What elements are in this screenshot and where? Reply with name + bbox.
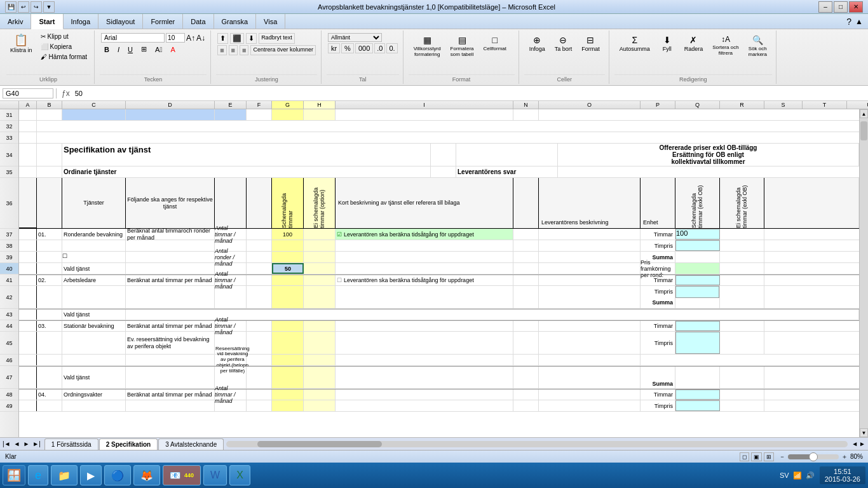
align-left-button[interactable]: ≡ [217,45,226,55]
cell-o48[interactable] [539,390,641,400]
cell-q40[interactable] [675,263,720,274]
col-header-h[interactable]: H [304,101,336,109]
font-color-button[interactable]: A [167,44,178,55]
cell-a31[interactable] [19,109,37,120]
cell-rest45[interactable] [764,332,859,354]
cell-i47[interactable] [336,367,513,388]
cell-o44[interactable] [539,321,641,331]
fill-color-button[interactable]: A⃝ [152,44,165,55]
italic-button[interactable]: I [114,44,123,55]
cell-g45[interactable] [272,332,304,354]
copy-button[interactable]: ⬜ Kopiera [37,42,91,51]
cell-n36[interactable] [513,178,539,228]
cell-e31[interactable] [215,109,247,120]
tab-formler[interactable]: Formler [143,14,183,29]
cell-g49[interactable] [272,400,304,411]
cell-r40[interactable] [720,263,764,274]
cell-a36[interactable] [19,178,37,228]
tab-start[interactable]: Start [31,14,63,29]
cell-h42[interactable] [304,286,336,308]
cell-n47[interactable] [513,367,539,388]
cell-rest37[interactable] [764,229,859,240]
window-icons-left[interactable]: 💾 ↩ ↪ ▼ [5,1,55,13]
zoom-out-button[interactable]: － [779,452,785,461]
sheet-tab-2-active[interactable]: 2 Specifikation [99,438,158,450]
cell-h45[interactable] [304,332,336,354]
col-header-u[interactable]: U [847,101,868,109]
cell-n42[interactable] [513,286,539,308]
clear-button[interactable]: ✗ Radera [681,33,707,55]
cell-b35[interactable] [37,166,62,177]
cell-g46[interactable] [272,355,304,365]
cell-h44[interactable] [304,321,336,331]
number-format-select[interactable]: Allmänt [328,33,382,42]
window-controls[interactable]: – □ ✕ [818,1,863,13]
underline-button[interactable]: U [125,44,136,55]
merge-button[interactable]: Centrera över kolumner [250,45,316,55]
col-header-g[interactable]: G [272,101,304,109]
cell-g39[interactable] [272,252,304,262]
cell-h39[interactable] [304,252,336,262]
cell-q41[interactable] [675,275,720,285]
taskbar-app-word[interactable]: W [203,465,227,485]
cell-i40[interactable] [336,263,513,274]
taskbar-app-outlook[interactable]: 📧 440 [163,465,201,485]
cell-b36[interactable] [37,178,62,228]
col-header-b[interactable]: B [37,101,62,109]
cell-g44[interactable] [272,321,304,331]
cell-a44[interactable] [19,321,37,331]
col-header-n[interactable]: N [513,101,539,109]
cell-q37[interactable]: 100 [675,229,720,240]
taskbar-app-ie[interactable]: e [28,465,48,485]
cell-rest49[interactable] [764,400,859,411]
cell-o46[interactable] [539,355,641,365]
cell-b31[interactable] [37,109,62,120]
cell-c46[interactable] [62,355,126,365]
cell-a37[interactable] [19,229,37,240]
align-center-button[interactable]: ≡ [229,45,238,55]
cell-d42[interactable] [126,286,215,308]
cell-a38[interactable] [19,240,37,251]
cell-h37[interactable] [304,229,336,240]
cell-a43[interactable] [19,309,37,320]
cell-f31[interactable] [247,109,272,120]
zoom-slider-track[interactable] [788,454,839,459]
cell-d47[interactable] [126,367,215,388]
view-normal-button[interactable]: ◻ [740,452,749,461]
cell-rest38[interactable] [764,240,859,251]
taskbar-app-chrome[interactable]: 🔵 [104,465,131,485]
cell-i39[interactable] [336,252,513,262]
menu-icon[interactable]: ▼ [43,1,55,13]
cell-n37[interactable] [513,229,539,240]
cell-rest33[interactable] [37,132,859,143]
taskbar-app-excel[interactable]: X [229,465,250,485]
cell-r42[interactable] [720,286,764,308]
cell-b45[interactable] [37,332,62,354]
undo-icon[interactable]: ↩ [18,1,29,13]
taskbar-app-media[interactable]: ▶ [80,465,102,485]
currency-button[interactable]: kr [328,43,340,53]
horizontal-scrollbar[interactable] [225,438,849,450]
cell-a47[interactable] [19,367,37,388]
sheet-nav[interactable]: |◄ ◄ ► ►| [0,438,43,450]
start-button[interactable]: 🪟 [3,465,25,485]
cell-rest39[interactable] [764,252,859,262]
fill-button[interactable]: ⬇ Fyll [656,33,679,55]
cell-d39[interactable] [126,252,215,262]
sheet-last-button[interactable]: ►| [31,440,42,447]
cell-q42a[interactable] [675,286,719,298]
cell-n34[interactable] [431,144,456,166]
cell-title-34[interactable]: Specifikation av tjänst [62,144,431,166]
cell-b34[interactable] [37,144,62,166]
cell-q45[interactable] [675,332,720,354]
cell-g42[interactable] [272,286,304,308]
cell-r45[interactable] [720,332,764,354]
cell-b46[interactable] [37,355,62,365]
cell-n41[interactable] [513,275,539,285]
sheet-prev-button[interactable]: ◄ [13,440,22,447]
cell-r38[interactable] [720,240,764,251]
cell-f46[interactable] [247,355,272,365]
cell-i44[interactable] [336,321,513,331]
cell-f42[interactable] [247,286,272,308]
cell-a42[interactable] [19,286,37,308]
